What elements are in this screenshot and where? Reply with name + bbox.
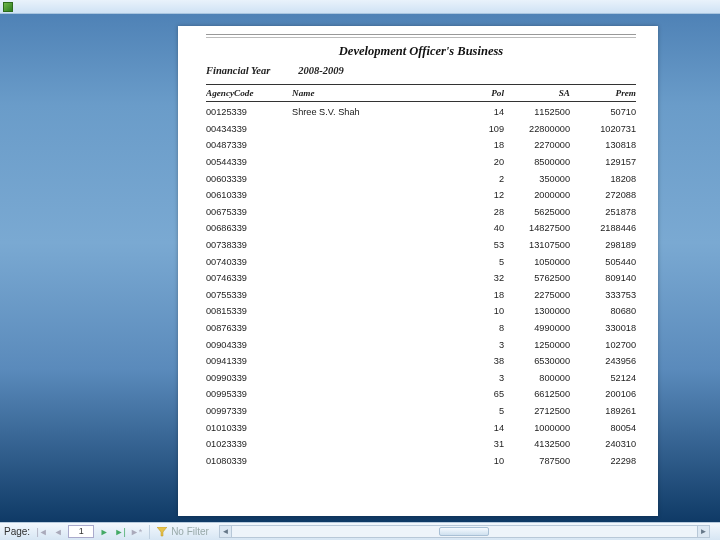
- cell-agency: 00434339: [206, 124, 292, 134]
- table-row: 01023339314132500240310: [206, 436, 636, 453]
- table-row: 0074033951050000505440: [206, 253, 636, 270]
- cell-pol: 3: [464, 373, 512, 383]
- cell-agency: 00995339: [206, 389, 292, 399]
- cell-agency: 00740339: [206, 257, 292, 267]
- cell-name: [292, 223, 464, 233]
- cell-sa: 1050000: [512, 257, 578, 267]
- cell-sa: 4990000: [512, 323, 578, 333]
- cell-sa: 2275000: [512, 290, 578, 300]
- cell-prem: 505440: [578, 257, 636, 267]
- ribbon-strip: [0, 0, 720, 14]
- cell-agency: 00675339: [206, 207, 292, 217]
- scroll-thumb[interactable]: [439, 527, 489, 536]
- cell-agency: 00990339: [206, 373, 292, 383]
- cell-sa: 2270000: [512, 140, 578, 150]
- cell-sa: 2712500: [512, 406, 578, 416]
- cell-name: [292, 124, 464, 134]
- col-prem: Prem: [578, 88, 636, 98]
- cell-name: [292, 373, 464, 383]
- cell-pol: 10: [464, 306, 512, 316]
- page-number-input[interactable]: 1: [68, 525, 94, 538]
- cell-agency: 01010339: [206, 423, 292, 433]
- cell-sa: 1300000: [512, 306, 578, 316]
- fy-row: Financial Year 2008-2009: [206, 65, 636, 76]
- cell-name: [292, 257, 464, 267]
- cell-agency: 01023339: [206, 439, 292, 449]
- cell-pol: 5: [464, 406, 512, 416]
- page-label: Page:: [4, 526, 32, 537]
- cell-agency: 00544339: [206, 157, 292, 167]
- cell-agency: 00755339: [206, 290, 292, 300]
- filter-text: No Filter: [171, 526, 209, 537]
- cell-pol: 18: [464, 290, 512, 300]
- cell-pol: 18: [464, 140, 512, 150]
- cell-sa: 350000: [512, 174, 578, 184]
- table-row: 00434339109228000001020731: [206, 121, 636, 138]
- table-row: 00995339656612500200106: [206, 386, 636, 403]
- app-icon: [3, 2, 13, 12]
- table-row: 00755339182275000333753: [206, 287, 636, 304]
- cell-prem: 200106: [578, 389, 636, 399]
- next-page-button[interactable]: ►: [98, 526, 110, 538]
- cell-sa: 22800000: [512, 124, 578, 134]
- table-row: 0099733952712500189261: [206, 403, 636, 420]
- scroll-right-button[interactable]: ►: [697, 526, 709, 537]
- cell-agency: 00603339: [206, 174, 292, 184]
- first-page-button[interactable]: |◄: [36, 526, 48, 538]
- fy-value: 2008-2009: [298, 65, 344, 76]
- cell-pol: 32: [464, 273, 512, 283]
- cell-pol: 53: [464, 240, 512, 250]
- cell-prem: 243956: [578, 356, 636, 366]
- cell-agency: 00487339: [206, 140, 292, 150]
- cell-agency: 00746339: [206, 273, 292, 283]
- cell-name: [292, 290, 464, 300]
- scroll-left-button[interactable]: ◄: [220, 526, 232, 537]
- fy-label: Financial Year: [206, 65, 270, 76]
- table-row: 00746339325762500809140: [206, 270, 636, 287]
- table-row: 00544339208500000129157: [206, 154, 636, 171]
- col-name: Name: [292, 88, 464, 98]
- cell-prem: 298189: [578, 240, 636, 250]
- table-row: 0081533910130000080680: [206, 303, 636, 320]
- table-row: 00487339182270000130818: [206, 137, 636, 154]
- cell-sa: 13107500: [512, 240, 578, 250]
- cell-sa: 787500: [512, 456, 578, 466]
- filter-icon[interactable]: [157, 527, 167, 537]
- table-row: 00990339380000052124: [206, 370, 636, 387]
- horizontal-scrollbar[interactable]: ◄ ►: [219, 525, 710, 538]
- cell-prem: 2188446: [578, 223, 636, 233]
- cell-prem: 240310: [578, 439, 636, 449]
- cell-sa: 2000000: [512, 190, 578, 200]
- cell-name: Shree S.V. Shah: [292, 107, 464, 117]
- cell-prem: 809140: [578, 273, 636, 283]
- cell-pol: 38: [464, 356, 512, 366]
- cell-name: [292, 240, 464, 250]
- cell-name: [292, 423, 464, 433]
- col-sa: SA: [512, 88, 578, 98]
- last-page-button[interactable]: ►|: [114, 526, 126, 538]
- cell-pol: 5: [464, 257, 512, 267]
- cell-sa: 4132500: [512, 439, 578, 449]
- cell-name: [292, 456, 464, 466]
- cell-name: [292, 356, 464, 366]
- cell-name: [292, 439, 464, 449]
- new-record-button[interactable]: ►*: [130, 526, 142, 538]
- table-row: 00603339235000018208: [206, 170, 636, 187]
- cell-agency: 00125339: [206, 107, 292, 117]
- cell-name: [292, 140, 464, 150]
- prev-page-button[interactable]: ◄: [52, 526, 64, 538]
- cell-agency: 00941339: [206, 356, 292, 366]
- cell-prem: 251878: [578, 207, 636, 217]
- col-agency: AgencyCode: [206, 88, 292, 98]
- cell-prem: 18208: [578, 174, 636, 184]
- cell-agency: 00815339: [206, 306, 292, 316]
- cell-pol: 10: [464, 456, 512, 466]
- report-page: Development Officer's Business Financial…: [178, 26, 658, 516]
- report-stage: Development Officer's Business Financial…: [0, 14, 720, 522]
- table-row: 0087633984990000330018: [206, 320, 636, 337]
- cell-sa: 8500000: [512, 157, 578, 167]
- cell-name: [292, 323, 464, 333]
- cell-pol: 14: [464, 107, 512, 117]
- table-row: 00941339386530000243956: [206, 353, 636, 370]
- cell-agency: 00997339: [206, 406, 292, 416]
